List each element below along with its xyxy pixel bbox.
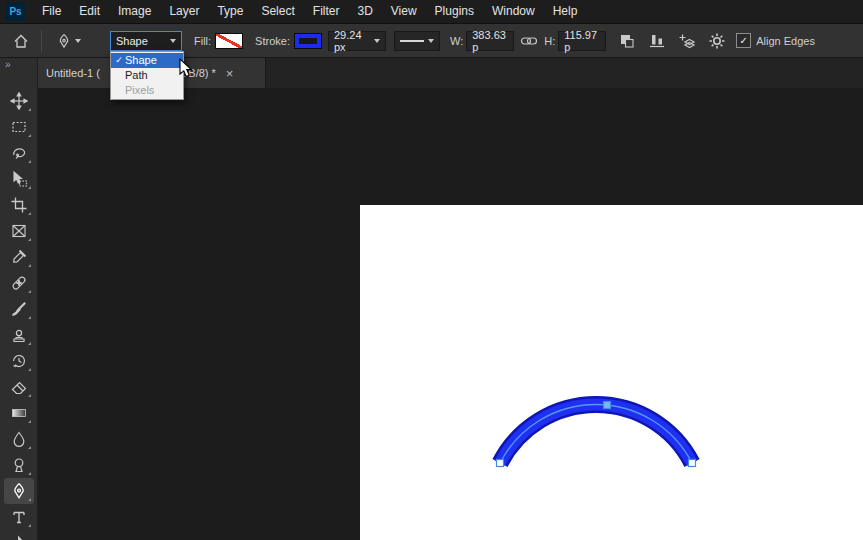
canvas-area[interactable]	[38, 88, 863, 540]
tool-bar: »	[0, 58, 38, 540]
stroke-style-select[interactable]	[394, 31, 440, 51]
crop-icon	[10, 196, 28, 214]
shape-height-input[interactable]: 115.97 p	[558, 31, 606, 51]
tool-curvature-pen[interactable]	[4, 478, 34, 504]
tool-eyedropper[interactable]	[4, 244, 34, 270]
checkmark-icon: ✓	[113, 55, 125, 65]
tool-brush[interactable]	[4, 296, 34, 322]
toolbar-expand-button[interactable]: »	[0, 58, 37, 72]
menu-window[interactable]: Window	[483, 0, 544, 23]
tool-frame[interactable]	[4, 218, 34, 244]
tool-lasso[interactable]	[4, 140, 34, 166]
tool-type[interactable]	[4, 504, 34, 530]
menu-edit[interactable]: Edit	[70, 0, 109, 23]
solid-line-icon	[400, 40, 424, 42]
menu-help[interactable]: Help	[544, 0, 587, 23]
tool-blur[interactable]	[4, 426, 34, 452]
app-logo[interactable]: Ps	[6, 2, 25, 21]
tab-title-start: Untitled-1 (	[46, 67, 100, 79]
chevron-down-icon	[374, 39, 380, 43]
tool-gradient[interactable]	[4, 400, 34, 426]
path-alignment-button[interactable]	[646, 30, 668, 52]
menu-select[interactable]: Select	[252, 0, 303, 23]
align-edges-label: Align Edges	[756, 35, 815, 47]
chevron-down-icon	[428, 39, 434, 43]
tool-crop[interactable]	[4, 192, 34, 218]
object-selection-icon	[10, 170, 28, 188]
home-button[interactable]	[8, 28, 34, 54]
tab-close-button[interactable]: ×	[226, 67, 234, 80]
anchor-point-top[interactable]	[604, 402, 611, 409]
type-icon	[10, 508, 28, 526]
tool-mode-value: Shape	[116, 35, 148, 47]
stroke-swatch[interactable]	[294, 33, 322, 49]
tool-move[interactable]	[4, 88, 34, 114]
stroke-label: Stroke:	[255, 35, 290, 47]
arc-shape[interactable]	[500, 404, 692, 463]
chevron-down-icon	[75, 39, 81, 43]
shape-layer[interactable]	[360, 205, 863, 540]
frame-icon	[10, 222, 28, 240]
tool-spot-healing-brush[interactable]	[4, 270, 34, 296]
link-dimensions-button[interactable]	[518, 30, 540, 52]
anchor-point-right[interactable]	[689, 460, 696, 467]
height-label: H:	[544, 35, 555, 47]
menu-layer[interactable]: Layer	[160, 0, 208, 23]
shape-settings-button[interactable]	[706, 30, 728, 52]
blur-drop-icon	[10, 430, 28, 448]
tool-dodge[interactable]	[4, 452, 34, 478]
document-canvas[interactable]	[360, 205, 863, 540]
spot-healing-brush-icon	[10, 274, 28, 292]
tool-clone-stamp[interactable]	[4, 322, 34, 348]
fill-label: Fill:	[194, 35, 211, 47]
align-edges-checkbox[interactable]: ✓	[736, 33, 751, 48]
curvature-pen-icon	[10, 482, 28, 500]
menu-filter[interactable]: Filter	[304, 0, 349, 23]
dropdown-item-path[interactable]: Path	[111, 68, 183, 83]
menu-image[interactable]: Image	[109, 0, 160, 23]
link-icon	[520, 32, 538, 50]
menu-plugins[interactable]: Plugins	[426, 0, 483, 23]
tool-object-selection[interactable]	[4, 166, 34, 192]
tool-history-brush[interactable]	[4, 348, 34, 374]
width-label: W:	[450, 35, 463, 47]
menu-view[interactable]: View	[382, 0, 426, 23]
path-arrangement-button[interactable]	[676, 30, 698, 52]
lasso-icon	[10, 144, 28, 162]
rectangular-marquee-icon	[10, 118, 28, 136]
path-selection-icon	[10, 534, 28, 540]
history-brush-icon	[10, 352, 28, 370]
brush-icon	[10, 300, 28, 318]
path-alignment-icon	[648, 32, 666, 50]
tool-eraser[interactable]	[4, 374, 34, 400]
options-bar: Shape ✓ Shape Path Pixels Fill: Stroke:	[0, 24, 863, 58]
stroke-width-input[interactable]: 29.24 px	[328, 31, 386, 51]
tool-mode-select[interactable]: Shape ✓ Shape Path Pixels	[110, 31, 182, 51]
path-arrangement-icon	[678, 32, 696, 50]
tool-preset-picker[interactable]	[49, 29, 87, 53]
eraser-icon	[10, 378, 28, 396]
photoshop-window: Ps File Edit Image Layer Type Select Fil…	[0, 0, 863, 540]
gradient-icon	[10, 404, 28, 422]
tool-mode-dropdown: ✓ Shape Path Pixels	[110, 51, 184, 100]
tool-path-selection[interactable]	[4, 530, 34, 540]
menu-bar: Ps File Edit Image Layer Type Select Fil…	[0, 0, 863, 24]
curvature-pen-icon	[56, 33, 72, 49]
move-icon	[10, 92, 28, 110]
dropdown-item-pixels[interactable]: Pixels	[111, 83, 183, 98]
menu-type[interactable]: Type	[208, 0, 252, 23]
home-icon	[12, 32, 30, 50]
dodge-icon	[10, 456, 28, 474]
dropdown-item-shape[interactable]: ✓ Shape	[111, 53, 183, 68]
menu-file[interactable]: File	[33, 0, 70, 23]
tool-list	[0, 88, 38, 540]
tool-rectangular-marquee[interactable]	[4, 114, 34, 140]
anchor-point-left[interactable]	[497, 460, 504, 467]
menu-3d[interactable]: 3D	[348, 0, 381, 23]
path-operations-button[interactable]	[616, 30, 638, 52]
clone-stamp-icon	[10, 326, 28, 344]
fill-swatch[interactable]	[215, 33, 243, 49]
chevron-down-icon	[170, 39, 176, 43]
shape-width-input[interactable]: 383.63 p	[466, 31, 514, 51]
divider	[41, 30, 42, 52]
